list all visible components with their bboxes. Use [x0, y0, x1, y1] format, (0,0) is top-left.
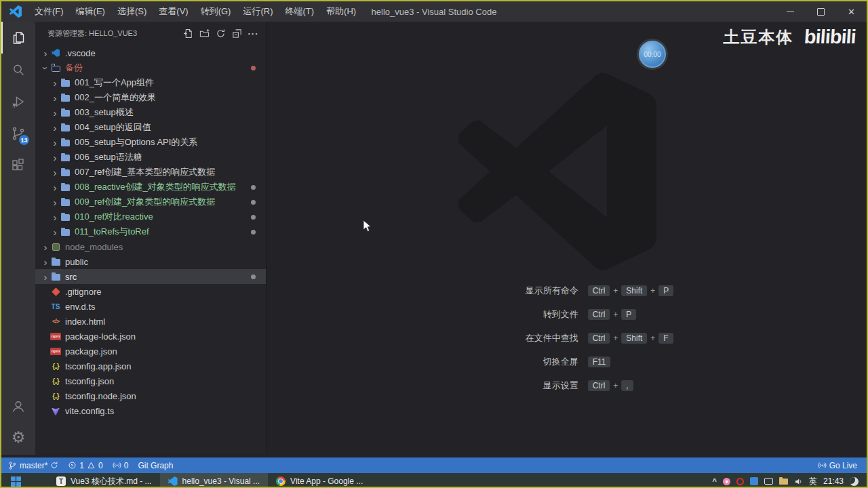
file-tree: .vscode 备份 001_写一个App组件 002_一个简单的效果 [35, 45, 266, 418]
tree-item[interactable]: src [35, 269, 266, 284]
close-button[interactable]: ✕ [836, 1, 867, 22]
close-icon: ✕ [848, 7, 855, 16]
notification-tray-icon[interactable] [850, 477, 859, 486]
minimize-button[interactable] [775, 1, 806, 22]
chevron-icon[interactable] [41, 242, 50, 252]
sidebar-item-source-control[interactable]: 13 [1, 117, 35, 149]
tree-item[interactable]: vite.config.ts [35, 403, 266, 418]
tree-item[interactable]: env.d.ts [35, 299, 266, 314]
chevron-icon[interactable] [50, 152, 60, 163]
taskbar-app[interactable]: Vue3 核心技术.md - ... [48, 473, 160, 488]
tree-item[interactable]: 010_ref对比reactive [35, 209, 266, 224]
sidebar-item-explorer[interactable] [1, 22, 35, 54]
chevron-icon[interactable] [50, 138, 60, 148]
menu-item[interactable]: 查看(V) [153, 5, 194, 18]
file-icon [50, 286, 61, 297]
blue-app-tray-icon[interactable] [750, 477, 758, 485]
tree-item-label: public [65, 257, 88, 267]
chevron-icon[interactable] [50, 182, 60, 192]
taskbar-app-icon [276, 476, 285, 486]
file-icon [50, 271, 61, 282]
maximize-button[interactable] [806, 1, 836, 22]
tree-item[interactable]: .gitignore [35, 284, 266, 299]
branch-button[interactable]: master* [8, 461, 58, 470]
language-indicator[interactable]: 英 [809, 476, 817, 487]
tree-item[interactable]: 008_reactive创建_对象类型的响应式数据 [35, 180, 266, 195]
menu-item[interactable]: 运行(R) [237, 5, 279, 18]
chevron-icon[interactable] [50, 227, 60, 237]
tree-item[interactable]: node_modules [35, 239, 266, 254]
shortcut-keys: Ctrl+P [588, 309, 637, 320]
menu-item[interactable]: 选择(S) [111, 5, 153, 18]
chevron-icon[interactable] [50, 197, 60, 207]
chevron-icon[interactable] [41, 48, 50, 58]
tree-item[interactable]: tsconfig.node.json [35, 388, 266, 403]
menu-item[interactable]: 终端(T) [279, 5, 320, 18]
new-folder-icon[interactable] [199, 28, 210, 39]
taskbar-app[interactable]: hello_vue3 - Visual ... [160, 473, 269, 488]
chevron-icon[interactable] [50, 123, 60, 133]
go-live-button[interactable]: Go Live [818, 461, 857, 470]
git-graph-button[interactable]: Git Graph [138, 461, 173, 470]
chevron-icon[interactable] [50, 108, 60, 118]
sidebar-item-search[interactable] [1, 54, 35, 85]
menu-item[interactable]: 转到(G) [195, 5, 237, 18]
taskbar-app[interactable]: Vite App - Google ... [268, 473, 371, 488]
sidebar-item-run-debug[interactable] [1, 85, 35, 117]
tree-item[interactable]: public [35, 254, 266, 269]
tree-item[interactable]: 002_一个简单的效果 [35, 90, 266, 105]
monitor-tray-icon[interactable] [764, 478, 773, 485]
tree-item[interactable]: 006_setup语法糖 [35, 150, 266, 165]
problems-button[interactable]: 1 0 [68, 461, 102, 470]
tree-item[interactable]: 001_写一个App组件 [35, 75, 266, 90]
new-file-icon[interactable] [182, 28, 194, 39]
settings-button[interactable]: ⚙ [1, 422, 35, 453]
start-button-icon[interactable] [11, 476, 21, 487]
chevron-icon[interactable] [50, 78, 60, 88]
tree-item[interactable]: package.json [35, 344, 266, 359]
chevron-icon[interactable] [50, 212, 60, 222]
tree-item[interactable]: .vscode [35, 45, 266, 60]
menu-item[interactable]: 编辑(E) [70, 5, 111, 18]
chevron-icon[interactable] [50, 93, 60, 103]
tree-item[interactable]: 004_setup的返回值 [35, 120, 266, 135]
tree-item[interactable]: 011_toRefs与toRef [35, 224, 266, 239]
taskbar-app-label: Vite App - Google ... [290, 476, 363, 486]
menu-item[interactable]: 文件(F) [28, 5, 70, 18]
chevron-icon[interactable] [41, 257, 50, 267]
file-icon [60, 226, 71, 237]
tree-item[interactable]: 005_setup与Options API的关系 [35, 135, 266, 150]
chevron-icon[interactable] [41, 272, 50, 282]
chevron-icon[interactable] [41, 63, 51, 73]
tray-expand-icon[interactable]: ^ [713, 477, 717, 485]
ports-button[interactable]: 0 [113, 461, 129, 470]
warning-count: 0 [98, 461, 103, 470]
shortcut-label: 显示所有命令 [460, 285, 578, 297]
tree-item[interactable]: package-lock.json [35, 329, 266, 344]
account-button[interactable] [1, 390, 35, 422]
tree-item[interactable]: tsconfig.app.json [35, 359, 266, 373]
file-icon [50, 301, 61, 312]
more-actions-icon[interactable]: ··· [248, 28, 259, 39]
sidebar-item-extensions[interactable] [1, 149, 35, 181]
flower-tray-icon[interactable] [723, 478, 730, 485]
tree-item[interactable]: 003_setup概述 [35, 105, 266, 120]
opera-tray-icon[interactable] [736, 478, 744, 485]
sync-icon[interactable] [50, 461, 58, 470]
folder-tray-icon[interactable] [779, 479, 788, 485]
menu-item[interactable]: 帮助(H) [320, 5, 362, 18]
tree-item[interactable]: 009_ref创建_对象类型的响应式数据 [35, 195, 266, 209]
taskbar-app-icon [56, 476, 66, 486]
key-chip: Shift [621, 333, 647, 344]
chevron-icon[interactable] [50, 167, 60, 178]
refresh-explorer-icon[interactable] [215, 28, 226, 39]
tree-item[interactable]: 007_ref创建_基本类型的响应式数据 [35, 165, 266, 180]
tree-item-label: 001_写一个App组件 [75, 77, 154, 89]
collapse-folders-icon[interactable] [231, 28, 243, 39]
clock[interactable]: 21:43 [823, 476, 844, 486]
tree-item[interactable]: 备份 [35, 60, 266, 75]
file-icon [60, 77, 71, 88]
speaker-tray-icon[interactable] [794, 477, 803, 486]
tree-item[interactable]: index.html [35, 314, 266, 329]
tree-item[interactable]: tsconfig.json [35, 373, 266, 388]
